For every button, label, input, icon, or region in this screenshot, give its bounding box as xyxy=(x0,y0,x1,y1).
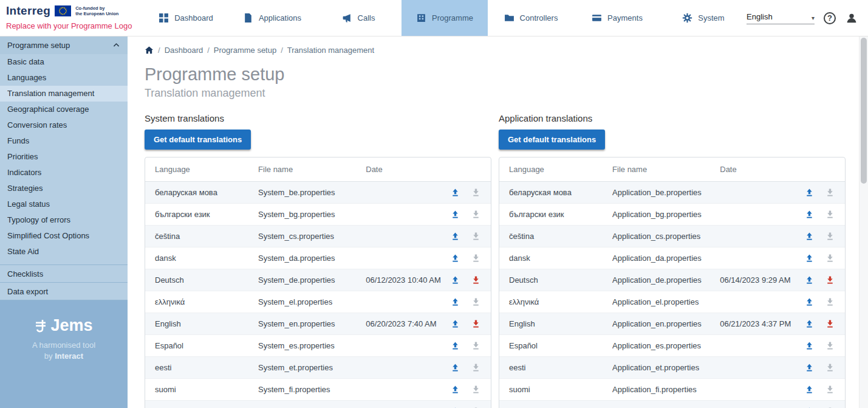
upload-button[interactable] xyxy=(449,384,460,395)
nav-item-controllers[interactable]: Controllers xyxy=(488,0,574,36)
sidebar-item-languages[interactable]: Languages xyxy=(0,70,128,86)
sidebar-item-conversion-rates[interactable]: Conversion rates xyxy=(0,117,128,133)
upload-button[interactable] xyxy=(804,341,815,351)
upload-button[interactable] xyxy=(804,362,815,373)
row-actions xyxy=(442,297,491,308)
table-row: češtinaSystem_cs.properties xyxy=(145,226,491,247)
sidebar-section-programme-setup[interactable]: Programme setup xyxy=(0,36,128,54)
row-actions xyxy=(796,275,845,286)
upload-button[interactable] xyxy=(449,319,460,330)
upload-button[interactable] xyxy=(804,231,815,242)
sidebar-item-basic-data[interactable]: Basic data xyxy=(0,54,128,70)
get-default-translations-button[interactable]: Get default translations xyxy=(145,130,251,150)
table-row: eestiApplication_et.properties xyxy=(499,357,845,379)
col-date: Date xyxy=(356,165,442,174)
file-name-cell: Application_cs.properties xyxy=(603,232,710,241)
upload-button[interactable] xyxy=(449,341,460,351)
sidebar-item-priorities[interactable]: Priorities xyxy=(0,149,128,165)
language-cell: suomi xyxy=(499,385,603,394)
table-row: danskApplication_da.properties xyxy=(499,247,845,269)
breadcrumb: /Dashboard/Programme setup/Translation m… xyxy=(145,44,846,56)
upload-button[interactable] xyxy=(449,297,460,308)
upload-button[interactable] xyxy=(804,187,815,198)
nav-item-system[interactable]: System xyxy=(660,0,747,36)
upload-button[interactable] xyxy=(449,253,460,264)
upload-button[interactable] xyxy=(449,362,460,373)
breadcrumb-item-translation-management[interactable]: Translation management xyxy=(287,46,374,55)
breadcrumb-separator: / xyxy=(158,46,160,55)
col-language: Language xyxy=(145,165,248,174)
help-button[interactable]: ? xyxy=(824,12,836,24)
upload-button[interactable] xyxy=(804,253,815,264)
sidebar-item-typology-of-errors[interactable]: Typology of errors xyxy=(0,212,128,228)
nav-item-dashboard[interactable]: Dashboard xyxy=(143,0,229,36)
upload-button[interactable] xyxy=(449,406,460,408)
language-cell: dansk xyxy=(499,254,603,263)
language-cell: English xyxy=(499,319,603,328)
date-cell: 06/12/2023 10:40 AM xyxy=(356,275,442,285)
file-name-cell: System_de.properties xyxy=(248,275,356,285)
download-button xyxy=(470,253,481,264)
upload-button[interactable] xyxy=(804,319,815,330)
nav-item-payments[interactable]: Payments xyxy=(574,0,660,36)
upload-button[interactable] xyxy=(449,275,460,286)
sidebar-item-funds[interactable]: Funds xyxy=(0,133,128,149)
breadcrumb-separator: / xyxy=(281,46,283,55)
nav-item-programme[interactable]: Programme xyxy=(402,0,488,36)
sidebar-section-title: Programme setup xyxy=(7,41,70,50)
table-row: DeutschApplication_de.properties06/14/20… xyxy=(499,269,845,291)
language-select[interactable]: English ▾ xyxy=(747,12,815,24)
replace-logo-text: Replace with your Programme Logo xyxy=(6,21,143,30)
sidebar-item-data-export[interactable]: Data export xyxy=(0,282,128,300)
help-icon: ? xyxy=(827,13,832,22)
table-row: françaisApplication_fr.properties xyxy=(499,401,845,408)
file-name-cell: Application_et.properties xyxy=(603,363,710,372)
controllers-icon xyxy=(504,13,514,23)
upload-button[interactable] xyxy=(449,231,460,242)
language-cell: беларуская мова xyxy=(145,188,248,197)
nav-label: Calls xyxy=(358,13,375,22)
upload-button[interactable] xyxy=(804,297,815,308)
get-default-translations-button[interactable]: Get default translations xyxy=(499,130,605,150)
cofunded-line2: the European Union xyxy=(75,11,118,16)
language-cell: Deutsch xyxy=(145,275,248,285)
row-actions xyxy=(442,231,491,242)
download-button[interactable] xyxy=(824,275,835,286)
sidebar-item-simplified-cost-options[interactable]: Simplified Cost Options xyxy=(0,228,128,244)
upload-button[interactable] xyxy=(804,384,815,395)
breadcrumb-item-programme-setup[interactable]: Programme setup xyxy=(214,46,276,55)
file-name-cell: Application_el.properties xyxy=(603,297,710,306)
user-menu-button[interactable] xyxy=(845,12,858,25)
download-button[interactable] xyxy=(824,319,835,330)
download-button xyxy=(824,362,835,373)
table-row: EnglishSystem_en.properties06/20/2023 7:… xyxy=(145,313,491,335)
upload-button[interactable] xyxy=(804,406,815,408)
sidebar: Programme setup Basic dataLanguagesTrans… xyxy=(0,36,128,408)
nav-item-calls[interactable]: Calls xyxy=(315,0,402,36)
sidebar-item-state-aid[interactable]: State Aid xyxy=(0,244,128,260)
upload-button[interactable] xyxy=(449,187,460,198)
sidebar-item-indicators[interactable]: Indicators xyxy=(0,165,128,181)
table-row: ελληνικάApplication_el.properties xyxy=(499,291,845,313)
sidebar-item-legal-status[interactable]: Legal status xyxy=(0,196,128,212)
language-cell: български език xyxy=(499,210,603,219)
sidebar-item-strategies[interactable]: Strategies xyxy=(0,181,128,196)
language-cell: čeština xyxy=(499,232,603,241)
download-button[interactable] xyxy=(470,275,481,286)
language-cell: Deutsch xyxy=(499,275,603,285)
vertical-scrollbar[interactable] xyxy=(859,36,868,408)
sidebar-item-geographical-coverage[interactable]: Geographical coverage xyxy=(0,102,128,117)
breadcrumb-item-dashboard[interactable]: Dashboard xyxy=(165,46,203,55)
nav-item-applications[interactable]: Applications xyxy=(229,0,315,36)
scrollbar-thumb[interactable] xyxy=(861,38,867,184)
home-icon[interactable] xyxy=(145,46,154,55)
upload-button[interactable] xyxy=(804,275,815,286)
file-name-cell: System_et.properties xyxy=(248,363,356,372)
sidebar-item-translation-management[interactable]: Translation management xyxy=(0,86,128,102)
sidebar-item-checklists[interactable]: Checklists xyxy=(0,265,128,282)
file-name-cell: System_el.properties xyxy=(248,297,356,306)
upload-button[interactable] xyxy=(449,209,460,220)
language-cell: български език xyxy=(145,210,248,219)
download-button[interactable] xyxy=(470,319,481,330)
upload-button[interactable] xyxy=(804,209,815,220)
